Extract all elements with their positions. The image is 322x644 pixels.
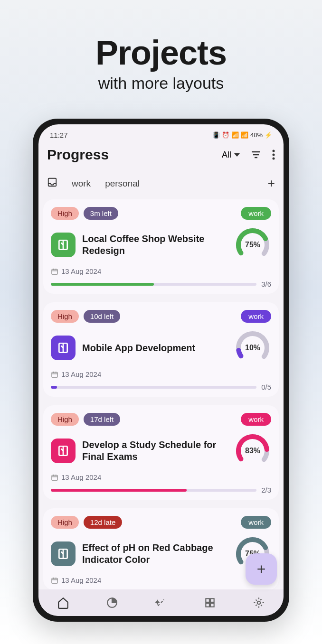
project-card[interactable]: High 17d left work Develop a Study Sched… (43, 405, 279, 500)
date-text: 13 Aug 2024 (61, 267, 101, 275)
svg-point-3 (273, 150, 275, 152)
calendar-icon (51, 474, 58, 481)
time-badge: 10d left (84, 310, 120, 323)
svg-rect-17 (52, 372, 57, 377)
hero-title: Projects (95, 33, 227, 72)
app-header: Progress All (38, 143, 284, 168)
svg-rect-38 (206, 603, 209, 607)
battery-text: 48% (250, 131, 263, 139)
svg-rect-39 (210, 603, 214, 607)
card-bottom-row: 2/3 (51, 486, 271, 494)
progress-bar (51, 489, 256, 492)
time-badge: 3m left (84, 207, 118, 220)
card-main-row: Effect of pH on Red Cabbage Indicator Co… (51, 535, 271, 572)
card-top-row: High 10d left work (51, 310, 271, 323)
priority-badge: High (51, 310, 79, 323)
page-title: Progress (47, 147, 109, 163)
chevron-down-icon (234, 153, 240, 157)
hero: Projects with more layouts (95, 33, 227, 93)
svg-point-4 (273, 154, 275, 156)
card-bottom-row: 0/5 (51, 383, 271, 391)
nav-sparkle-icon[interactable] (155, 597, 167, 609)
svg-rect-31 (52, 578, 57, 583)
card-date: 13 Aug 2024 (51, 473, 271, 481)
fab-add-button[interactable]: + (246, 553, 277, 585)
date-text: 13 Aug 2024 (61, 576, 101, 584)
project-card[interactable]: High 12d late work Effect of pH on Red C… (43, 508, 279, 589)
calendar-icon (51, 268, 58, 275)
calendar-icon (51, 577, 58, 584)
card-top-row: High 3m left work (51, 207, 271, 220)
card-date: 13 Aug 2024 (51, 576, 271, 584)
svg-point-40 (257, 601, 261, 605)
date-text: 13 Aug 2024 (61, 370, 101, 378)
bottom-nav (38, 589, 284, 616)
overflow-menu-icon[interactable] (272, 149, 275, 160)
gauge-percent: 83% (234, 432, 271, 469)
status-right: 📳 ⏰ 📶 📶 48% ⚡ (212, 131, 272, 139)
priority-badge: High (51, 413, 79, 426)
gauge-percent: 75% (234, 226, 271, 263)
nav-home-icon[interactable] (57, 597, 69, 609)
date-text: 13 Aug 2024 (61, 473, 101, 481)
project-icon (51, 439, 76, 463)
filter-label: All (222, 150, 231, 160)
header-actions: All (222, 149, 275, 160)
sort-icon[interactable] (250, 149, 262, 160)
time-badge: 17d left (84, 413, 120, 426)
card-main-row: Mobile App Development 10% (51, 329, 271, 366)
project-title: Effect of pH on Red Cabbage Indicator Co… (82, 542, 227, 566)
gauge-percent: 10% (234, 329, 271, 366)
signal-icon: 📶 (241, 131, 248, 139)
project-icon (51, 336, 76, 360)
tab-work[interactable]: work (72, 178, 91, 189)
project-list: High 3m left work Local Coffee Shop Webs… (38, 199, 284, 589)
svg-rect-24 (52, 475, 57, 480)
progress-count: 2/3 (261, 486, 271, 494)
screen: 11:27 📳 ⏰ 📶 📶 48% ⚡ Progress All (38, 124, 284, 616)
charge-icon: ⚡ (265, 131, 272, 139)
progress-count: 3/6 (261, 280, 271, 288)
nav-grid-icon[interactable] (204, 597, 216, 609)
svg-rect-10 (52, 269, 57, 274)
tag-badge: work (241, 207, 271, 220)
filter-dropdown[interactable]: All (222, 150, 240, 160)
progress-gauge: 10% (234, 329, 271, 366)
nav-progress-icon[interactable] (106, 597, 118, 609)
tag-badge: work (241, 310, 271, 323)
project-card[interactable]: High 10d left work Mobile App Developmen… (43, 302, 279, 397)
card-date: 13 Aug 2024 (51, 370, 271, 378)
progress-gauge: 83% (234, 432, 271, 469)
calendar-icon (51, 371, 58, 378)
project-card[interactable]: High 3m left work Local Coffee Shop Webs… (43, 199, 279, 294)
signal-icon: 📶 (231, 131, 239, 139)
project-icon (51, 541, 76, 566)
tag-badge: work (241, 413, 271, 426)
svg-rect-37 (210, 598, 214, 602)
add-tab-icon[interactable]: + (268, 176, 275, 191)
time-badge: 12d late (84, 516, 122, 529)
vibrate-icon: 📳 (212, 131, 220, 139)
card-top-row: High 12d late work (51, 516, 271, 529)
inbox-icon[interactable] (47, 177, 57, 190)
progress-bar (51, 386, 256, 389)
card-main-row: Local Coffee Shop Website Redesign 75% (51, 226, 271, 263)
priority-badge: High (51, 516, 79, 529)
project-icon (51, 233, 76, 257)
tab-personal[interactable]: personal (105, 178, 140, 189)
svg-point-5 (273, 158, 275, 160)
card-top-row: High 17d left work (51, 413, 271, 426)
hero-subtitle: with more layouts (95, 74, 227, 93)
progress-bar (51, 283, 256, 286)
tab-bar: work personal + (38, 168, 284, 199)
tag-badge: work (241, 516, 271, 529)
project-title: Local Coffee Shop Website Redesign (82, 233, 227, 257)
priority-badge: High (51, 207, 79, 220)
status-time: 11:27 (50, 131, 68, 139)
statusbar: 11:27 📳 ⏰ 📶 📶 48% ⚡ (38, 124, 284, 143)
card-bottom-row: 3/6 (51, 280, 271, 288)
project-title: Develop a Study Schedule for Final Exams (82, 439, 227, 463)
card-date: 13 Aug 2024 (51, 267, 271, 275)
nav-settings-icon[interactable] (253, 597, 265, 609)
card-main-row: Develop a Study Schedule for Final Exams… (51, 432, 271, 469)
